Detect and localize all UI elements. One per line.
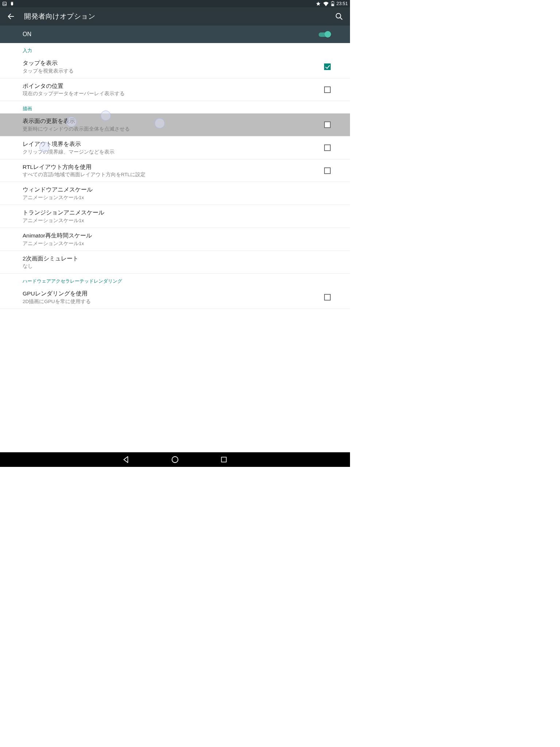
category-header: 入力 <box>0 43 350 55</box>
master-switch-label: ON <box>23 31 31 38</box>
setting-summary: タップを視覚表示する <box>23 68 316 74</box>
setting-summary: 2D描画にGPUを常に使用する <box>23 298 316 305</box>
setting-row-force-gpu-rendering[interactable]: GPUレンダリングを使用2D描画にGPUを常に使用する <box>0 286 350 309</box>
svg-line-3 <box>11 2 12 3</box>
svg-line-4 <box>13 2 13 3</box>
setting-title: RTLレイアウト方向を使用 <box>23 163 316 171</box>
setting-title: 2次画面シミュレート <box>23 255 324 263</box>
setting-row-show-surface-updates[interactable]: 表示面の更新を表示更新時にウィンドウの表示面全体を点滅させる <box>0 113 350 136</box>
setting-row-simulate-secondary[interactable]: 2次画面シミュレートなし <box>0 251 350 274</box>
setting-title: GPUレンダリングを使用 <box>23 290 316 298</box>
search-button[interactable] <box>332 10 346 23</box>
setting-row-animator-duration-scale[interactable]: Animator再生時間スケールアニメーションスケール1x <box>0 228 350 251</box>
navigation-bar <box>0 452 350 467</box>
setting-title: トランジションアニメスケール <box>23 209 324 217</box>
setting-title: 表示面の更新を表示 <box>23 117 316 125</box>
checkbox[interactable] <box>324 294 331 301</box>
android-debug-icon <box>10 1 14 6</box>
status-time: 23:51 <box>337 1 348 6</box>
svg-rect-7 <box>331 4 334 5</box>
back-button[interactable] <box>4 10 18 23</box>
setting-summary: アニメーションスケール1x <box>23 194 324 201</box>
checkbox[interactable] <box>324 144 331 151</box>
setting-row-show-taps[interactable]: タップを表示タップを視覚表示する <box>0 55 350 78</box>
setting-title: ポインタの位置 <box>23 82 316 90</box>
setting-title: レイアウト境界を表示 <box>23 140 316 148</box>
svg-line-9 <box>340 18 342 20</box>
master-switch-toggle[interactable] <box>319 31 332 38</box>
master-switch-row[interactable]: ON <box>0 26 350 43</box>
setting-summary: 更新時にウィンドウの表示面全体を点滅させる <box>23 126 316 132</box>
setting-row-window-anim-scale[interactable]: ウィンドウアニメスケールアニメーションスケール1x <box>0 182 350 205</box>
settings-list[interactable]: 入力タップを表示タップを視覚表示するポインタの位置現在のタップデータをオーバーレ… <box>0 43 350 452</box>
category-header: ハードウェアアクセラレーテッドレンダリング <box>0 274 350 286</box>
nav-recent-button[interactable] <box>219 455 228 464</box>
setting-summary: すべての言語/地域で画面レイアウト方向をRTLに設定 <box>23 171 316 178</box>
wifi-icon <box>323 1 329 6</box>
setting-row-force-rtl[interactable]: RTLレイアウト方向を使用すべての言語/地域で画面レイアウト方向をRTLに設定 <box>0 159 350 182</box>
svg-point-2 <box>12 3 13 3</box>
svg-point-10 <box>172 457 178 463</box>
setting-summary: アニメーションスケール1x <box>23 240 324 247</box>
setting-row-transition-anim-scale[interactable]: トランジションアニメスケールアニメーションスケール1x <box>0 205 350 228</box>
checkbox[interactable] <box>324 121 331 128</box>
setting-title: ウィンドウアニメスケール <box>23 186 324 194</box>
category-header: 描画 <box>0 101 350 113</box>
svg-rect-0 <box>3 2 7 5</box>
status-bar: 23:51 <box>0 0 350 7</box>
nav-back-button[interactable] <box>122 455 131 464</box>
setting-summary: クリップの境界線、マージンなどを表示 <box>23 149 316 155</box>
setting-summary: 現在のタップデータをオーバーレイ表示する <box>23 90 316 97</box>
battery-charging-icon <box>331 1 334 6</box>
svg-point-1 <box>11 3 12 3</box>
setting-row-pointer-location[interactable]: ポインタの位置現在のタップデータをオーバーレイ表示する <box>0 78 350 101</box>
star-icon <box>316 1 321 6</box>
svg-rect-11 <box>221 457 226 462</box>
image-notification-icon <box>2 1 7 6</box>
checkbox[interactable] <box>324 167 331 174</box>
setting-summary: なし <box>23 263 324 270</box>
action-bar: 開発者向けオプション <box>0 7 350 26</box>
svg-rect-6 <box>332 1 333 1</box>
setting-title: タップを表示 <box>23 59 316 67</box>
setting-title: Animator再生時間スケール <box>23 232 324 240</box>
setting-summary: アニメーションスケール1x <box>23 217 324 224</box>
page-title: 開発者向けオプション <box>24 12 95 21</box>
nav-home-button[interactable] <box>171 455 179 464</box>
setting-row-show-layout-bounds[interactable]: レイアウト境界を表示クリップの境界線、マージンなどを表示 <box>0 136 350 159</box>
checkbox[interactable] <box>324 63 331 70</box>
checkbox[interactable] <box>324 86 331 93</box>
